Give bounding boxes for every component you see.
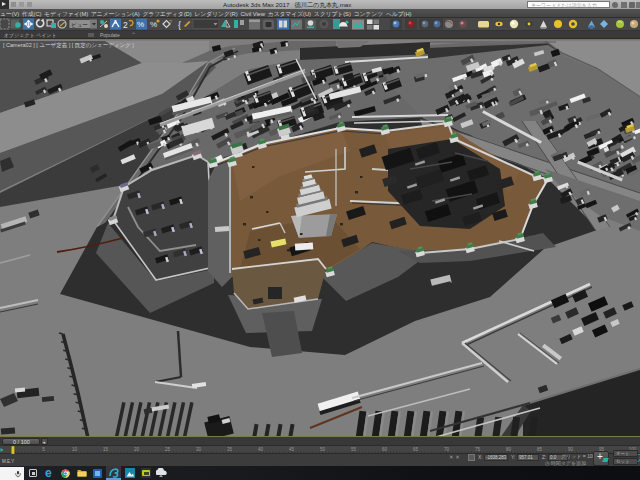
svg-text:70: 70 (444, 447, 450, 452)
svg-text:40: 40 (258, 447, 264, 452)
svg-text:65: 65 (413, 447, 419, 452)
svg-text:85: 85 (537, 447, 543, 452)
svg-text:75: 75 (475, 447, 481, 452)
svg-text:ビュー: ビュー (71, 22, 88, 28)
svg-text:20: 20 (134, 447, 140, 452)
svg-text:10: 10 (72, 447, 78, 452)
svg-text:35: 35 (227, 447, 233, 452)
svg-text:%: % (150, 20, 157, 29)
svg-text:2: 2 (123, 20, 128, 30)
svg-text:15: 15 (103, 447, 109, 452)
svg-text:{: { (178, 20, 181, 30)
svg-text:5: 5 (42, 447, 45, 452)
svg-text:%: % (137, 20, 144, 29)
svg-text:55: 55 (351, 447, 357, 452)
svg-text:80: 80 (506, 447, 512, 452)
svg-text:30: 30 (196, 447, 202, 452)
svg-text:25: 25 (165, 447, 171, 452)
svg-text:50: 50 (320, 447, 326, 452)
svg-text:?: ? (169, 19, 172, 25)
svg-text:90: 90 (568, 447, 574, 452)
svg-text:60: 60 (382, 447, 388, 452)
svg-text:45: 45 (289, 447, 295, 452)
